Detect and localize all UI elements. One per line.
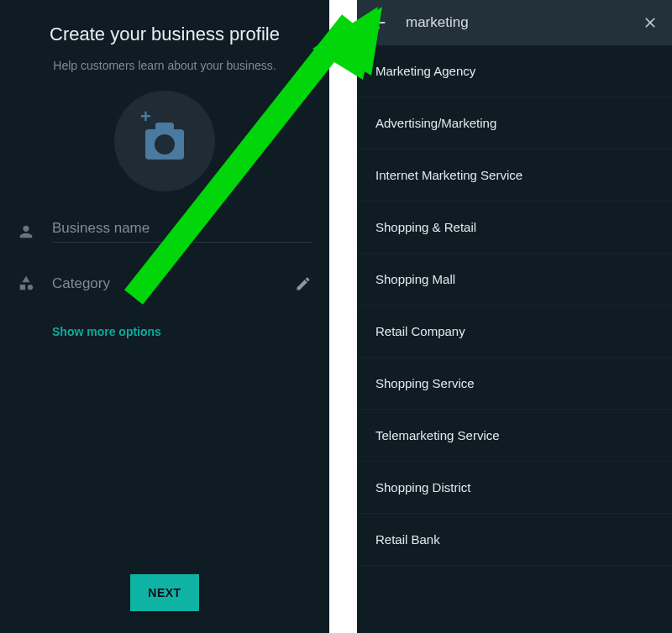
list-item[interactable]: Shopping & Retail <box>357 201 672 254</box>
category-placeholder: Category <box>52 275 277 292</box>
clear-search-button[interactable] <box>640 14 660 31</box>
search-results-list: Marketing Agency Advertising/Marketing I… <box>357 45 672 566</box>
list-item[interactable]: Marketing Agency <box>357 45 672 97</box>
back-button[interactable] <box>369 13 389 32</box>
next-button[interactable]: NEXT <box>130 574 199 611</box>
add-photo-button[interactable]: + <box>114 91 215 191</box>
list-item[interactable]: Telemarketing Service <box>357 410 672 462</box>
search-input[interactable]: marketing <box>406 14 623 31</box>
list-item[interactable]: Retail Company <box>357 306 672 358</box>
edit-category-button[interactable] <box>294 275 312 292</box>
page-subtitle: Help customers learn about your business… <box>0 59 329 72</box>
camera-plus-icon: + <box>145 123 184 160</box>
list-item[interactable]: Shopping District <box>357 462 672 514</box>
list-item[interactable]: Shopping Service <box>357 358 672 410</box>
form-area: Business name Category Show more options <box>0 191 329 338</box>
show-more-options-link[interactable]: Show more options <box>17 325 312 338</box>
person-icon <box>17 222 35 241</box>
business-name-placeholder: Business name <box>52 220 150 236</box>
category-search-screen: marketing Marketing Agency Advertising/M… <box>357 0 672 633</box>
create-profile-screen: Create your business profile Help custom… <box>0 0 329 633</box>
category-icon <box>17 275 35 293</box>
page-title: Create your business profile <box>0 0 329 45</box>
list-item[interactable]: Shopping Mall <box>357 254 672 306</box>
search-bar: marketing <box>357 0 672 45</box>
business-name-field[interactable]: Business name <box>17 220 312 243</box>
category-field[interactable]: Category <box>17 275 312 293</box>
list-item[interactable]: Internet Marketing Service <box>357 149 672 201</box>
list-item[interactable]: Advertising/Marketing <box>357 97 672 149</box>
list-item[interactable]: Retail Bank <box>357 514 672 566</box>
